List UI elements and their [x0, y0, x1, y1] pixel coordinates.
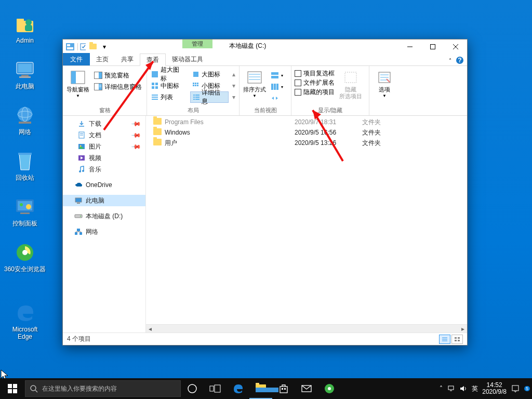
layout-extra-large[interactable]: 超大图标 — [149, 69, 187, 80]
horizontal-scrollbar[interactable]: ◂ ▸ — [146, 324, 467, 332]
svg-rect-25 — [431, 44, 435, 49]
details-pane-button[interactable]: 详细信息窗格 — [92, 81, 144, 92]
add-columns-button[interactable]: ▾ — [269, 81, 285, 92]
taskbar-file-explorer-icon[interactable] — [249, 378, 272, 399]
taskbar-cortana-icon[interactable] — [181, 378, 204, 399]
sort-by-button[interactable]: 排序方式 ▼ — [242, 68, 268, 98]
desktop-icon-control-panel[interactable]: 控制面板 — [6, 195, 44, 227]
svg-rect-58 — [195, 99, 200, 100]
tab-drive-tools[interactable]: 驱动器工具 — [166, 53, 209, 65]
nav-videos[interactable]: 视频 — [63, 152, 145, 164]
tray-notifications-icon[interactable] — [511, 384, 520, 393]
tab-home[interactable]: 主页 — [90, 53, 115, 65]
nav-disk-d[interactable]: 本地磁盘 (D:) — [63, 210, 145, 222]
desktop-icon-recycle-bin[interactable]: 回收站 — [6, 150, 44, 181]
group-by-button[interactable]: ▾ — [269, 70, 285, 81]
pin-icon: 📌 — [131, 141, 142, 152]
nav-this-pc[interactable]: 此电脑 — [63, 195, 145, 206]
close-button[interactable] — [444, 39, 467, 54]
window-title: 本地磁盘 (C:) — [229, 42, 266, 50]
svg-rect-39 — [193, 72, 198, 77]
tab-share[interactable]: 共享 — [115, 53, 140, 65]
item-checkboxes-toggle[interactable]: 项目复选框 — [294, 69, 336, 78]
chevron-up-icon[interactable]: ˄ — [449, 58, 451, 63]
taskbar-360-icon[interactable] — [318, 378, 341, 399]
file-row-cut-off[interactable]: Program Files2020/9/7 18:31文件夹 — [146, 117, 467, 127]
svg-rect-7 — [19, 76, 31, 78]
desktop-icon-admin[interactable]: Admin — [6, 12, 44, 44]
help-icon[interactable]: ? — [456, 56, 464, 64]
svg-rect-11 — [19, 122, 31, 124]
nav-music[interactable]: 音乐 — [63, 164, 145, 175]
file-row[interactable]: Windows2020/9/5 16:56文件夹 — [146, 127, 467, 138]
svg-rect-105 — [215, 385, 220, 392]
hide-selected-button[interactable]: 隐藏 所选项目 — [337, 68, 365, 100]
layout-large[interactable]: 大图标 — [190, 69, 229, 80]
nav-downloads[interactable]: 下载📌 — [63, 118, 145, 129]
tab-view[interactable]: 查看 — [140, 54, 166, 66]
navigation-pane[interactable]: 下载📌 文档📌 图片📌 视频 音乐 OneDrive 此电脑 本地磁盘 (D:)… — [63, 116, 146, 332]
svg-point-82 — [80, 216, 81, 217]
hidden-items-toggle[interactable]: 隐藏的项目 — [294, 87, 336, 97]
taskbar-edge-icon[interactable] — [227, 378, 249, 399]
tray-badge: 5 — [524, 386, 530, 391]
titlebar[interactable]: ▾ 管理 本地磁盘 (C:) — [63, 39, 467, 54]
tray-chevron-up-icon[interactable]: ˄ — [440, 385, 443, 392]
nav-network[interactable]: 网络 — [63, 226, 145, 237]
desktop-icon-360-browser[interactable]: 360安全浏览器 — [3, 241, 47, 273]
layout-scroll-down[interactable]: ▾ — [231, 80, 237, 91]
desktop-icon-this-pc[interactable]: 此电脑 — [6, 58, 44, 90]
taskbar-mail-icon[interactable] — [295, 378, 318, 399]
layout-gallery-expand[interactable]: ▾ — [231, 91, 237, 103]
svg-rect-33 — [99, 72, 102, 78]
svg-text:?: ? — [458, 57, 461, 64]
view-mode-details-icon[interactable] — [439, 335, 450, 344]
minimize-button[interactable] — [398, 39, 421, 54]
layout-scroll-up[interactable]: ▴ — [231, 69, 237, 80]
scroll-right-arrow[interactable]: ▸ — [459, 325, 467, 333]
qat-properties-icon[interactable] — [77, 43, 86, 50]
nav-pictures[interactable]: 图片📌 — [63, 141, 145, 152]
svg-rect-46 — [197, 83, 198, 84]
svg-rect-54 — [195, 95, 200, 96]
nav-onedrive[interactable]: OneDrive — [63, 179, 145, 191]
svg-rect-40 — [152, 83, 154, 85]
svg-rect-64 — [271, 76, 278, 78]
svg-rect-42 — [152, 86, 154, 89]
tab-file[interactable]: 文件 — [63, 53, 90, 65]
tray-clock[interactable]: 14:52 2020/9/8 — [482, 382, 507, 395]
desktop-icon-edge[interactable]: Microsoft Edge — [6, 301, 44, 340]
preview-pane-button[interactable]: 预览窗格 — [92, 70, 144, 81]
svg-rect-92 — [458, 340, 460, 341]
layout-details[interactable]: 详细信息 — [190, 91, 229, 103]
nav-documents[interactable]: 文档📌 — [63, 129, 145, 141]
size-columns-button[interactable] — [269, 92, 285, 104]
qat-dropdown-icon[interactable]: ▾ — [100, 43, 109, 50]
search-placeholder: 在这里输入你要搜索的内容 — [42, 384, 117, 393]
options-button[interactable]: 选项 ▼ — [371, 68, 397, 98]
svg-rect-6 — [21, 75, 29, 76]
tray-ime[interactable]: 英 — [472, 384, 478, 393]
svg-rect-3 — [25, 25, 32, 31]
svg-rect-83 — [77, 229, 80, 231]
maximize-button[interactable] — [421, 39, 444, 54]
navigation-pane-button[interactable]: 导航窗格 ▼ — [65, 68, 91, 98]
tray-volume-icon[interactable] — [459, 385, 468, 392]
svg-rect-79 — [75, 198, 82, 202]
desktop-icon-network[interactable]: 网络 — [6, 104, 44, 136]
scroll-left-arrow[interactable]: ◂ — [146, 325, 154, 333]
qat-new-folder-icon[interactable] — [89, 43, 97, 50]
start-button[interactable] — [0, 378, 25, 399]
svg-rect-67 — [276, 84, 278, 90]
layout-medium[interactable]: 中图标 — [149, 80, 187, 91]
ribbon-tabs: 文件 主页 共享 查看 驱动器工具 ˄ ? — [63, 54, 467, 66]
file-row[interactable]: 用户2020/9/5 13:26文件夹 — [146, 138, 467, 148]
view-mode-large-icon[interactable] — [451, 335, 463, 344]
svg-rect-31 — [71, 71, 76, 84]
tray-network-icon[interactable] — [447, 385, 455, 392]
file-extensions-toggle[interactable]: 文件扩展名 — [294, 78, 336, 87]
svg-rect-48 — [195, 85, 196, 86]
taskbar-search[interactable]: 在这里输入你要搜索的内容 — [25, 380, 181, 397]
layout-list[interactable]: 列表 — [149, 91, 187, 103]
taskbar-taskview-icon[interactable] — [204, 378, 227, 399]
